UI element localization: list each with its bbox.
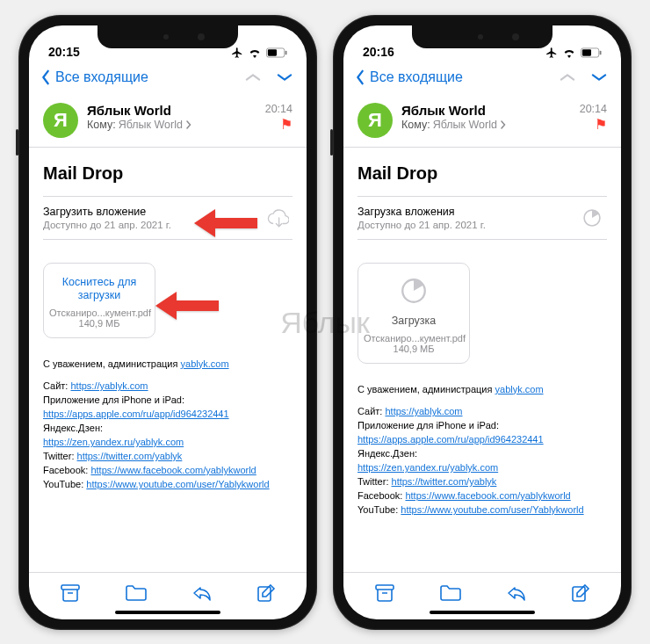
cloud-download-icon[interactable] <box>266 206 289 229</box>
signature: С уважением, администрация yablyk.com Са… <box>43 358 292 492</box>
sig-link-domain[interactable]: yablyk.com <box>181 358 229 369</box>
signature: С уважением, администрация yablyk.com Са… <box>358 383 607 517</box>
maildrop-expiry: Доступно до 21 апр. 2021 г. <box>43 220 171 230</box>
nav-bar: Все входящие <box>343 61 621 96</box>
flag-icon: ⚑ <box>580 118 607 132</box>
attachment-size: 140,9 МБ <box>49 318 149 329</box>
annotation-arrow-attachment <box>155 289 219 322</box>
subject: Mail Drop <box>43 163 292 184</box>
sig-link-app[interactable]: https://apps.apple.com/ru/app/id96423244… <box>43 409 229 419</box>
next-message-button[interactable] <box>277 69 292 85</box>
nav-bar: Все входящие <box>29 61 307 96</box>
archive-button[interactable] <box>60 583 81 603</box>
attachment-tile[interactable]: Коснитесь для загрузки Отсканиро...кумен… <box>43 263 155 338</box>
attachment-action: Коснитесь для загрузки <box>49 276 149 302</box>
status-time: 20:16 <box>363 45 394 59</box>
svg-rect-6 <box>582 49 591 55</box>
folder-button[interactable] <box>125 584 148 602</box>
sig-link-twitter[interactable]: https://twitter.com/yablyk <box>392 476 497 487</box>
recipient-line[interactable]: Кому: Яблык World <box>87 119 256 131</box>
maildrop-expiry: Доступно до 21 апр. 2021 г. <box>358 220 486 230</box>
prev-message-button[interactable] <box>245 69 261 85</box>
message-body: Mail Drop Загрузка вложения Доступно до … <box>343 148 621 572</box>
battery-icon <box>581 47 602 58</box>
device-notch <box>412 25 552 48</box>
progress-spinner-icon[interactable] <box>581 206 603 229</box>
back-button[interactable]: Все входящие <box>352 69 463 85</box>
svg-rect-1 <box>268 49 277 55</box>
next-message-button[interactable] <box>591 69 607 85</box>
sig-link-domain[interactable]: yablyk.com <box>495 384 544 394</box>
subject: Mail Drop <box>358 163 607 184</box>
compose-button[interactable] <box>256 583 276 603</box>
message-header[interactable]: Я Яблык World Кому: Яблык World 20:14 ⚑ <box>343 96 621 148</box>
wifi-icon <box>248 47 262 58</box>
sig-link-twitter[interactable]: https://twitter.com/yablyk <box>77 451 183 461</box>
sig-link-app[interactable]: https://apps.apple.com/ru/app/id96423244… <box>358 434 544 445</box>
maildrop-title: Загрузить вложение <box>43 206 171 218</box>
home-indicator[interactable] <box>115 611 220 614</box>
annotation-arrow-maildrop <box>194 206 257 240</box>
svg-rect-7 <box>600 50 602 54</box>
maildrop-title: Загрузка вложения <box>358 206 486 218</box>
sender-name: Яблык World <box>87 103 256 118</box>
sig-link-youtube[interactable]: https://www.youtube.com/user/Yablykworld <box>401 504 583 515</box>
airplane-icon <box>231 47 243 59</box>
battery-icon <box>266 47 287 58</box>
recipient-line[interactable]: Кому: Яблык World <box>401 119 571 131</box>
attachment-tile[interactable]: Загрузка Отсканиро...кумент.pdf 140,9 МБ <box>358 263 470 364</box>
device-notch <box>98 25 238 48</box>
phone-left: 20:15 Все входящие Я <box>18 15 317 630</box>
message-time: 20:14 <box>580 103 607 115</box>
progress-spinner-icon <box>399 276 429 306</box>
phone-right: 20:16 Все входящие Я <box>333 15 632 630</box>
flag-icon: ⚑ <box>265 118 292 132</box>
folder-button[interactable] <box>439 584 462 602</box>
reply-button[interactable] <box>506 584 527 602</box>
archive-button[interactable] <box>374 583 395 603</box>
attachment-action: Загрузка <box>364 315 464 328</box>
back-button[interactable]: Все входящие <box>38 69 148 85</box>
back-label: Все входящие <box>55 69 148 85</box>
reply-button[interactable] <box>191 584 213 602</box>
attachment-filename: Отсканиро...кумент.pdf <box>49 308 149 318</box>
sender-name: Яблык World <box>401 103 571 118</box>
chevron-left-icon <box>352 69 368 85</box>
prev-message-button[interactable] <box>560 69 575 85</box>
sig-link-site[interactable]: https://yablyk.com <box>70 380 148 391</box>
status-icons <box>545 47 602 59</box>
svg-rect-2 <box>285 50 287 54</box>
message-header[interactable]: Я Яблык World Кому: Яблык World 20:14 ⚑ <box>29 96 307 148</box>
wifi-icon <box>562 47 576 58</box>
sig-link-facebook[interactable]: https://www.facebook.com/yablykworld <box>90 465 256 475</box>
svg-rect-10 <box>376 585 394 590</box>
airplane-icon <box>545 47 558 59</box>
status-icons <box>231 47 287 59</box>
sig-link-youtube[interactable]: https://www.youtube.com/user/Yablykworld <box>86 479 269 489</box>
sig-link-facebook[interactable]: https://www.facebook.com/yablykworld <box>405 490 570 501</box>
sig-link-dzen[interactable]: https://zen.yandex.ru/yablyk.com <box>43 437 184 447</box>
chevron-right-icon <box>185 120 191 129</box>
chevron-right-icon <box>500 120 506 129</box>
status-time: 20:15 <box>48 45 80 59</box>
attachment-size: 140,9 МБ <box>364 344 464 354</box>
back-label: Все входящие <box>370 69 463 85</box>
maildrop-banner[interactable]: Загрузка вложения Доступно до 21 апр. 20… <box>358 196 607 240</box>
home-indicator[interactable] <box>430 611 535 614</box>
compose-button[interactable] <box>571 583 590 603</box>
chevron-left-icon <box>38 69 54 85</box>
message-body: Mail Drop Загрузить вложение Доступно до… <box>29 148 307 572</box>
attachment-filename: Отсканиро...кумент.pdf <box>364 333 464 344</box>
svg-rect-3 <box>61 585 79 590</box>
avatar: Я <box>43 103 78 138</box>
avatar: Я <box>358 103 393 138</box>
sig-link-site[interactable]: https://yablyk.com <box>385 406 462 416</box>
sig-link-dzen[interactable]: https://zen.yandex.ru/yablyk.com <box>358 462 498 473</box>
message-time: 20:14 <box>265 103 292 115</box>
